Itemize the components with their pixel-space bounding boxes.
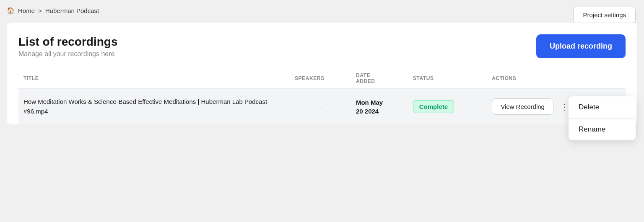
main-card: List of recordings Manage all your recor… bbox=[7, 23, 637, 124]
col-date-added: DATEADDED bbox=[351, 68, 408, 89]
view-recording-button[interactable]: View Recording bbox=[492, 98, 553, 115]
breadcrumb: 🏠 Home > Huberman Podcast bbox=[7, 7, 637, 14]
home-icon: 🏠 bbox=[7, 7, 15, 14]
dropdown-menu: Delete Rename bbox=[569, 96, 636, 140]
table-row: How Meditation Works & Science-Based Eff… bbox=[18, 89, 626, 125]
recording-status: Complete bbox=[408, 89, 487, 125]
breadcrumb-separator: > bbox=[38, 7, 42, 14]
recordings-table: TITLE SPEAKERS DATEADDED STATUS ACTIONS … bbox=[18, 68, 626, 124]
upload-recording-button[interactable]: Upload recording bbox=[536, 34, 626, 58]
table-header-row: TITLE SPEAKERS DATEADDED STATUS ACTIONS bbox=[18, 68, 626, 89]
breadcrumb-home[interactable]: Home bbox=[18, 7, 35, 14]
page-title: List of recordings bbox=[18, 35, 117, 49]
dropdown-item-rename[interactable]: Rename bbox=[569, 119, 636, 140]
col-speakers: SPEAKERS bbox=[290, 68, 351, 89]
page-subtitle: Manage all your recordings here bbox=[18, 50, 117, 58]
dropdown-item-delete[interactable]: Delete bbox=[569, 96, 636, 118]
col-status: STATUS bbox=[408, 68, 487, 89]
recording-title: How Meditation Works & Science-Based Eff… bbox=[18, 89, 290, 125]
project-settings-button[interactable]: Project settings bbox=[573, 7, 636, 23]
recording-date: Mon May 20 2024 bbox=[351, 89, 408, 125]
status-badge: Complete bbox=[413, 100, 454, 113]
col-actions: ACTIONS bbox=[487, 68, 626, 89]
col-title: TITLE bbox=[18, 68, 290, 89]
breadcrumb-project: Huberman Podcast bbox=[45, 7, 99, 14]
card-title-section: List of recordings Manage all your recor… bbox=[18, 35, 117, 58]
card-header: List of recordings Manage all your recor… bbox=[18, 34, 626, 58]
recording-speakers: - bbox=[290, 89, 351, 125]
